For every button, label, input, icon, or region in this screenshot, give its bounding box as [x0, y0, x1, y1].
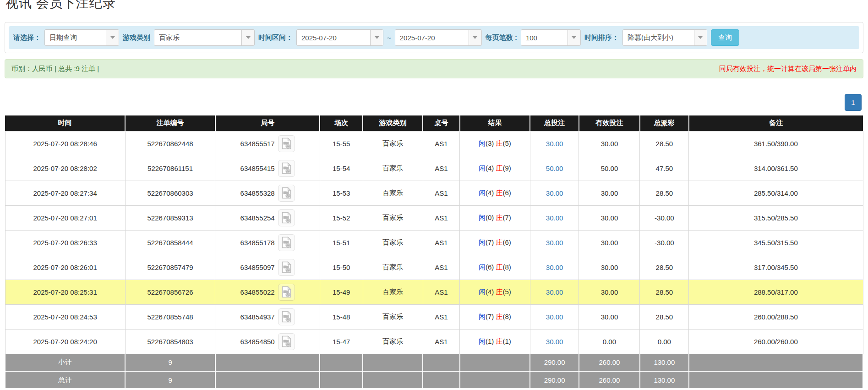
subtotal-row-cell	[215, 354, 320, 371]
result-player-label: 闲	[479, 288, 486, 296]
game-type-cell: 百家乐	[363, 131, 423, 156]
table-no-cell: AS1	[423, 304, 460, 329]
total-bet-link[interactable]: 30.00	[546, 140, 563, 148]
table-row: 2025-07-20 08:24:53522670855748634854937…	[5, 304, 863, 329]
chevron-down-icon[interactable]	[241, 30, 254, 45]
video-replay-button[interactable]	[278, 209, 295, 226]
session-cell: 15-52	[320, 205, 363, 230]
total-bet-link[interactable]: 30.00	[546, 313, 563, 321]
video-replay-button[interactable]	[278, 333, 295, 350]
round-id: 634855022	[240, 288, 275, 296]
filter-panel: 请选择： 日期查询 游戏类别 百家乐 时间区间： 2025-07-20 ~ 20…	[5, 22, 863, 53]
total-bet-link[interactable]: 30.00	[546, 288, 563, 296]
result-player-label: 闲	[479, 337, 486, 345]
video-file-icon	[281, 162, 292, 174]
total-row-cell	[215, 371, 320, 389]
chevron-down-icon[interactable]	[694, 30, 707, 45]
table-no-cell: AS1	[423, 329, 460, 354]
valid-bet-cell: 30.00	[579, 131, 640, 156]
result-cell: 闲(1) 庄(1)	[460, 329, 530, 354]
total-bet-cell: 30.00	[530, 205, 579, 230]
total-bet-cell: 30.00	[530, 329, 579, 354]
round-id-cell: 634855254	[215, 205, 320, 230]
valid-bet-cell: 30.00	[579, 205, 640, 230]
total-bet-link[interactable]: 30.00	[546, 239, 563, 247]
bet-time-cell: 2025-07-20 08:25:31	[5, 280, 125, 304]
round-id-cell: 634855415	[215, 156, 320, 181]
chevron-down-icon[interactable]	[370, 30, 383, 45]
total-bet-link[interactable]: 30.00	[546, 214, 563, 222]
result-banker-score: (7)	[503, 214, 511, 221]
bet-id-cell: 522670854803	[125, 329, 215, 354]
payout-cell: 47.50	[640, 156, 689, 181]
payout-cell: -30.00	[640, 205, 689, 230]
table-no-cell: AS1	[423, 181, 460, 205]
bet-time-cell: 2025-07-20 08:27:01	[5, 205, 125, 230]
table-no-cell: AS1	[423, 131, 460, 156]
total-bet-link[interactable]: 50.00	[546, 165, 563, 172]
session-cell: 15-48	[320, 304, 363, 329]
result-banker-score: (8)	[503, 263, 511, 271]
remark-cell: 315.50/285.50	[689, 205, 863, 230]
query-type-dropdown[interactable]: 日期查询	[44, 29, 119, 46]
chevron-down-icon[interactable]	[568, 30, 580, 45]
result-cell: 闲(3) 庄(5)	[460, 131, 530, 156]
result-banker-label: 庄	[496, 214, 503, 221]
game-type-cell: 百家乐	[363, 304, 423, 329]
total-bet-link[interactable]: 30.00	[546, 189, 563, 197]
result-player-label: 闲	[479, 189, 486, 197]
round-id: 634854937	[240, 313, 275, 321]
total-bet-link[interactable]: 30.00	[546, 338, 563, 346]
result-banker-label: 庄	[496, 263, 503, 271]
video-replay-button[interactable]	[278, 135, 295, 152]
page-1-button[interactable]: 1	[845, 94, 862, 111]
column-header: 总投注	[530, 115, 579, 131]
round-id-cell: 634855022	[215, 280, 320, 304]
video-replay-button[interactable]	[278, 284, 295, 301]
table-row: 2025-07-20 08:28:02522670861151634855415…	[5, 156, 863, 181]
game-type-dropdown[interactable]: 百家乐	[154, 29, 255, 46]
game-type-cell: 百家乐	[363, 181, 423, 205]
table-row: 2025-07-20 08:27:34522670860303634855328…	[5, 181, 863, 205]
payout-cell: -30.00	[640, 230, 689, 255]
total-bet-cell: 30.00	[530, 230, 579, 255]
total-row-cell	[689, 371, 863, 389]
result-player-label: 闲	[479, 214, 486, 221]
date-from-value: 2025-07-20	[297, 30, 370, 45]
date-to-dropdown[interactable]: 2025-07-20	[395, 29, 482, 46]
table-row: 2025-07-20 08:27:01522670859313634855254…	[5, 205, 863, 230]
bet-id-cell: 522670862448	[125, 131, 215, 156]
search-button[interactable]: 查询	[711, 29, 739, 46]
video-replay-button[interactable]	[278, 234, 295, 251]
result-banker-label: 庄	[496, 337, 503, 345]
remark-cell: 285.50/314.00	[689, 181, 863, 205]
bet-id-cell: 522670856726	[125, 280, 215, 304]
round-id-cell: 634855517	[215, 131, 320, 156]
video-replay-button[interactable]	[278, 160, 295, 177]
total-bet-cell: 30.00	[530, 131, 579, 156]
column-header: 总派彩	[640, 115, 689, 131]
round-id-cell: 634854937	[215, 304, 320, 329]
video-replay-button[interactable]	[278, 259, 295, 276]
round-id: 634855254	[240, 214, 275, 222]
chevron-down-icon[interactable]	[106, 30, 119, 45]
page-size-dropdown[interactable]: 100	[521, 29, 581, 46]
result-player-score: (4)	[486, 164, 496, 172]
bet-id-cell: 522670857479	[125, 255, 215, 280]
sort-order-label: 时间排序：	[584, 33, 619, 42]
table-row: 2025-07-20 08:24:20522670854803634854850…	[5, 329, 863, 354]
chevron-down-icon[interactable]	[469, 30, 481, 45]
bet-time-cell: 2025-07-20 08:27:34	[5, 181, 125, 205]
round-id: 634855328	[240, 189, 275, 197]
video-file-icon	[281, 311, 292, 323]
sort-order-dropdown[interactable]: 降冪(由大到小)	[622, 29, 707, 46]
valid-bet-cell: 30.00	[579, 255, 640, 280]
date-from-dropdown[interactable]: 2025-07-20	[296, 29, 383, 46]
total-row-cell: 9	[125, 371, 215, 389]
video-replay-button[interactable]	[278, 308, 295, 325]
result-player-label: 闲	[479, 238, 486, 246]
video-replay-button[interactable]	[278, 185, 295, 202]
total-bet-link[interactable]: 30.00	[546, 264, 563, 271]
valid-bet-cell: 30.00	[579, 230, 640, 255]
remark-cell: 314.00/361.50	[689, 156, 863, 181]
